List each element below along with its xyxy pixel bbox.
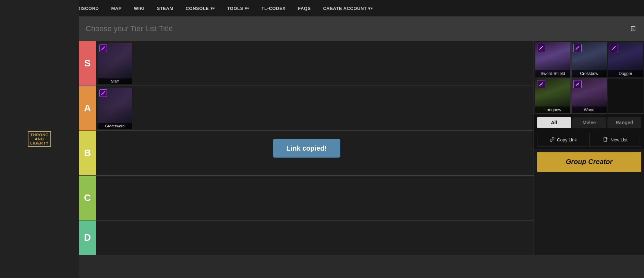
weapon-cell-dagger[interactable]: Dagger (608, 42, 643, 77)
main-layout: S Staff A (79, 41, 644, 255)
group-creator-button[interactable]: Group Creator (537, 152, 641, 172)
filter-row: AllMeleeRanged (534, 114, 644, 131)
filter-btn-ranged[interactable]: Ranged (607, 117, 641, 128)
tier-title-input[interactable] (86, 24, 630, 33)
nav-bar: NEWSDISCORDMAPWIKISTEAMCONSOLE ▾TOOLS ▾T… (0, 0, 644, 16)
weapon-label-sword-shield: Sword-Shield (535, 70, 570, 77)
nav-link-tools[interactable]: TOOLS ▾ (221, 0, 255, 16)
filter-btn-melee[interactable]: Melee (572, 117, 606, 128)
nav-link-faqs[interactable]: FAQs (292, 0, 317, 16)
nav-link-tl-codex[interactable]: TL-CODEX (255, 0, 292, 16)
weapon-grid: Sword-Shield Crossbow Da (534, 41, 644, 114)
tier-content-d[interactable] (96, 220, 534, 255)
weapon-label-crossbow: Crossbow (572, 70, 607, 77)
tier-label-s: S (79, 41, 96, 86)
tier-row-a: A Greatsword (79, 86, 534, 131)
tier-label-c: C (79, 176, 96, 220)
weapon-icon-sword-shield (537, 44, 545, 52)
weapon-cell-wand[interactable]: Wand (571, 78, 607, 114)
tier-label-d: D (79, 220, 96, 255)
weapon-icon-crossbow (573, 44, 582, 52)
tier-label-a: A (79, 86, 96, 130)
tier-content-b[interactable] (96, 131, 534, 175)
action-btn-new-list[interactable]: New List (589, 133, 641, 147)
calendar-icon[interactable]: 🗓 (630, 24, 637, 33)
weapon-label-wand: Wand (572, 106, 607, 113)
nav-link-map[interactable]: MAP (105, 0, 127, 16)
nav-link-steam[interactable]: STEAM (151, 0, 180, 16)
left-sidebar: THRONEANDLIBERTY (0, 0, 79, 278)
tier-content-s[interactable]: Staff (96, 41, 534, 86)
tier-row-b: B (79, 131, 534, 176)
action-btn-copy-link[interactable]: Copy Link (537, 133, 589, 147)
tier-list-wrapper: S Staff A (79, 41, 534, 255)
logo: THRONEANDLIBERTY (28, 131, 51, 147)
card-label-greatsword: Greatsword (98, 123, 132, 129)
tier-content-c[interactable] (96, 176, 534, 220)
nav-link-console[interactable]: CONSOLE ▾ (180, 0, 221, 16)
weapon-cell-sword-shield[interactable]: Sword-Shield (535, 42, 571, 77)
nav-links: NEWSDISCORDMAPWIKISTEAMCONSOLE ▾TOOLS ▾T… (45, 0, 637, 16)
svg-rect-14 (604, 137, 607, 141)
tier-row-c: C (79, 176, 534, 220)
weapon-label-longbow: Longbow (535, 106, 570, 113)
filter-btn-all[interactable]: All (537, 117, 571, 128)
tier-content-a[interactable]: Greatsword (96, 86, 534, 130)
weapon-icon-longbow (537, 80, 545, 88)
nav-link-create-account[interactable]: CREATE ACCOUNT ▾ (317, 0, 379, 16)
tier-row-d: D (79, 220, 534, 255)
tier-label-b: B (79, 131, 96, 175)
action-label-copy-link: Copy Link (557, 137, 577, 142)
card-greatsword[interactable]: Greatsword (98, 88, 132, 129)
weapon-icon-wand (573, 80, 582, 88)
header-bar: 🗓 (79, 16, 644, 41)
action-row: Copy LinkNew List (534, 131, 644, 149)
card-weapon-icon-greatsword (99, 89, 107, 97)
weapon-cell-longbow[interactable]: Longbow (535, 78, 571, 114)
nav-link-wiki[interactable]: WIKI (128, 0, 151, 16)
weapon-label-dagger: Dagger (608, 70, 643, 77)
weapon-cell-empty[interactable] (608, 78, 643, 114)
tier-list: S Staff A (79, 41, 534, 255)
copy-link-icon (549, 137, 555, 143)
card-weapon-icon-staff (99, 45, 107, 52)
new-list-icon (603, 137, 608, 143)
sidebar-panel: Sword-Shield Crossbow Da (534, 41, 644, 255)
action-label-new-list: New List (610, 137, 628, 142)
weapon-icon-dagger (610, 44, 618, 52)
card-label-staff: Staff (98, 78, 132, 84)
tier-row-s: S Staff (79, 41, 534, 86)
card-staff[interactable]: Staff (98, 43, 132, 84)
weapon-cell-crossbow[interactable]: Crossbow (571, 42, 607, 77)
